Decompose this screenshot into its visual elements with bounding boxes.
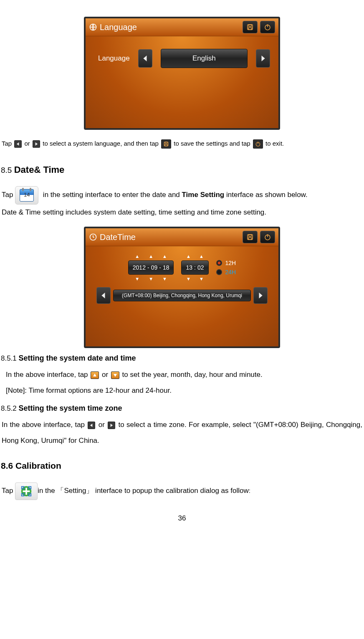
- calibration-app-icon: [15, 482, 38, 500]
- timezone-value: (GMT+08:00) Beijing, Chongqing, Hong Kon…: [113, 290, 251, 301]
- minute-down-arrow[interactable]: ▼: [199, 276, 204, 281]
- timezone-prev-button[interactable]: [96, 287, 111, 304]
- datetime-settings-screenshot: DateTime ▲ ▲ ▲: [84, 227, 280, 348]
- svg-marker-9: [35, 142, 38, 146]
- time-format-note: [Note]: Time format options are 12-hour …: [1, 383, 363, 398]
- left-arrow-icon-2: [88, 422, 95, 429]
- language-title: Language: [100, 23, 137, 32]
- set-date-time-instruction: In the above interface, tap or to set th…: [1, 367, 363, 382]
- heading-8-5-2: 8.5.2 Setting the system time zone: [1, 404, 363, 413]
- save-button[interactable]: [243, 21, 258, 33]
- time-value-box: 13 : 02: [181, 260, 208, 275]
- day-down-arrow[interactable]: ▼: [162, 276, 167, 281]
- year-up-arrow[interactable]: ▲: [135, 254, 139, 259]
- day-up-arrow[interactable]: ▲: [162, 254, 167, 259]
- language-prev-button[interactable]: [138, 49, 152, 68]
- minute-up-arrow[interactable]: ▲: [199, 254, 204, 259]
- svg-rect-12: [165, 144, 167, 146]
- timezone-next-button[interactable]: [253, 287, 268, 304]
- svg-marker-24: [114, 374, 117, 377]
- language-next-button[interactable]: [256, 49, 270, 68]
- svg-marker-6: [143, 56, 147, 61]
- hour-down-arrow[interactable]: ▼: [186, 276, 191, 281]
- svg-marker-22: [259, 293, 263, 298]
- svg-rect-3: [248, 28, 252, 30]
- hour-up-arrow[interactable]: ▲: [186, 254, 191, 259]
- datetime-title: DateTime: [100, 232, 136, 242]
- month-down-arrow[interactable]: ▼: [149, 276, 153, 281]
- svg-marker-8: [17, 142, 19, 146]
- language-field-label: Language: [98, 54, 130, 63]
- language-value: English: [161, 49, 248, 68]
- right-arrow-icon: [33, 140, 40, 148]
- down-arrow-icon: [111, 371, 119, 379]
- date-time-description: Date & Time setting includes system date…: [1, 205, 363, 220]
- set-timezone-instruction: In the above interface, tap or to select…: [1, 417, 363, 448]
- hour-format-group: 12H 24H: [216, 260, 236, 275]
- svg-rect-29: [23, 490, 30, 492]
- right-arrow-icon-2: [108, 422, 115, 429]
- exit-button[interactable]: [260, 21, 275, 33]
- svg-rect-11: [165, 142, 167, 144]
- heading-8-6: 8.6 Calibration: [1, 461, 363, 471]
- language-instruction: Tap or to select a system language, and …: [1, 136, 363, 150]
- radio-24h-icon: [216, 269, 222, 275]
- language-title-icon: [89, 23, 97, 31]
- month-value: 09: [151, 264, 158, 271]
- heading-8-5: 8.5 Date& Time: [1, 164, 363, 175]
- datetime-title-icon: [89, 233, 97, 241]
- up-arrow-icon: [91, 371, 99, 379]
- language-titlebar: Language: [86, 18, 278, 36]
- power-icon: [253, 139, 263, 149]
- hour-format-12h[interactable]: 12H: [216, 260, 236, 266]
- year-down-arrow[interactable]: ▼: [135, 276, 139, 281]
- radio-12h-icon: [216, 260, 222, 266]
- date-value-box: 2012 - 09 - 18: [128, 260, 174, 275]
- date-time-intro: Tap 14 in the setting interface to enter…: [1, 186, 363, 205]
- svg-marker-26: [111, 424, 113, 427]
- heading-8-5-1: 8.5.1 Setting the system date and time: [1, 354, 363, 363]
- hour-value: 13: [186, 264, 192, 271]
- svg-marker-7: [262, 56, 265, 61]
- save-icon: [161, 139, 171, 149]
- page-number: 36: [1, 514, 363, 523]
- hour-format-24h[interactable]: 24H: [216, 269, 236, 275]
- day-value: 18: [163, 264, 169, 271]
- svg-marker-23: [93, 374, 96, 376]
- datetime-exit-button[interactable]: [260, 231, 275, 243]
- month-up-arrow[interactable]: ▲: [149, 254, 153, 259]
- left-arrow-icon: [14, 140, 22, 148]
- calibration-instruction: Tap in the 「Setting」 interface to popup …: [1, 482, 363, 500]
- datetime-titlebar: DateTime: [86, 228, 278, 246]
- year-value: 2012: [133, 264, 146, 271]
- datetime-save-button[interactable]: [243, 231, 258, 243]
- svg-marker-25: [90, 424, 93, 427]
- minute-value: 02: [197, 264, 204, 271]
- language-settings-screenshot: Language Language English: [84, 17, 280, 130]
- svg-rect-2: [249, 25, 251, 27]
- svg-rect-17: [249, 235, 251, 237]
- svg-marker-21: [101, 293, 105, 298]
- svg-rect-18: [248, 238, 252, 240]
- calendar-app-icon: 14: [15, 186, 38, 205]
